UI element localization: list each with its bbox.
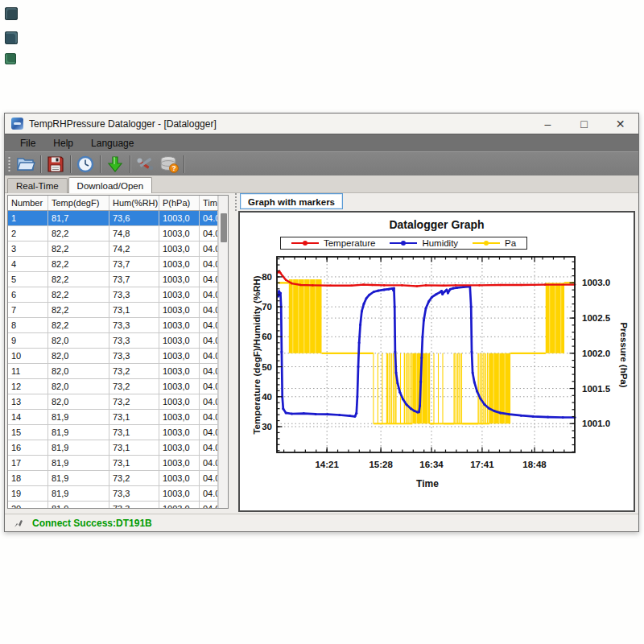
settings-button[interactable] [133,154,157,175]
tab-real-time[interactable]: Real-Time [7,178,68,193]
toolbar-grip[interactable] [7,155,11,173]
table-cell: 04.06.2023 13... [200,349,218,363]
table-cell: 74,2 [109,242,159,256]
table-row[interactable]: 1981,973,31003,004.06.2023 13... [8,486,218,502]
table-cell: 82,2 [48,226,109,241]
table-cell: 81,9 [48,425,109,440]
desktop-icon-3[interactable] [5,53,16,64]
table-cell: 04.06.2023 13... [200,287,218,302]
table-row[interactable]: 1681,973,11003,004.06.2023 13... [8,440,218,456]
tabstrip: Real-Time Download/Open [5,175,638,193]
table-header-row: Number Temp(degF) Hum(%RH) P(hPa) Time [8,196,218,211]
table-row[interactable]: 482,273,71003,004.06.2023 13... [8,257,218,272]
tab-download-open[interactable]: Download/Open [68,177,152,193]
table-row[interactable]: 382,274,21003,004.06.2023 13... [8,242,218,257]
table-cell: 73,1 [109,456,159,470]
chart-plot: 3040506070801003.01002.51002.01001.51001… [240,213,634,510]
real-time-button[interactable] [73,154,97,175]
table-row[interactable]: 982,073,31003,004.06.2023 13... [8,333,218,349]
table-row[interactable]: 1282,073,21003,004.06.2023 13... [8,379,218,394]
graph-with-markers-button[interactable]: Graph with markers [240,193,343,209]
table-cell: 82,2 [48,257,109,271]
device-data-button[interactable]: ? [157,154,181,175]
table-cell: 1003,0 [159,272,200,287]
table-cell: 81,9 [48,486,109,501]
table-cell: 82,2 [48,242,109,256]
legend-item-pa: Pa [473,238,516,248]
panel-splitter[interactable] [235,193,237,211]
table-cell: 04.06.2023 13... [200,502,218,508]
table-cell: 04.06.2023 13... [200,333,218,348]
save-button[interactable] [43,154,68,175]
table-cell: 04.06.2023 13... [200,257,218,271]
col-header-number[interactable]: Number [8,196,48,210]
legend-item-humidity: Humidity [390,238,458,248]
table-row[interactable]: 1382,073,21003,004.06.2023 13... [8,394,218,410]
table-row[interactable]: 1881,973,21003,004.06.2023 13... [8,471,218,486]
desktop-icon-2[interactable] [5,31,18,44]
table-cell: 73,2 [109,394,159,409]
legend-swatch [390,242,417,244]
download-button[interactable] [103,154,127,175]
menu-help[interactable]: Help [46,136,80,151]
table-scrollbar-thumb[interactable] [221,213,227,242]
open-file-button[interactable] [14,154,38,175]
svg-text:1001.5: 1001.5 [582,384,611,394]
table-cell: 82,2 [48,287,109,302]
table-cell: 73,3 [109,333,159,348]
table-row[interactable]: 1481,973,11003,004.06.2023 13... [8,410,218,425]
table-row[interactable]: 2081,973,31003,004.06.2023 13... [8,502,218,508]
table-cell: 04.06.2023 13... [200,211,218,225]
table-row[interactable]: 782,273,11003,004.06.2023 13... [8,303,218,318]
svg-text:60: 60 [262,332,272,341]
col-header-hum[interactable]: Hum(%RH) [109,196,159,210]
table-cell: 73,6 [109,211,159,225]
table-cell: 73,1 [109,303,159,317]
table-row[interactable]: 282,274,81003,004.06.2023 13... [8,226,218,242]
col-header-p[interactable]: P(hPa) [159,196,200,210]
table-cell: 73,1 [109,440,159,455]
toolbar-separator [100,155,101,173]
table-cell: 1003,0 [159,394,200,409]
svg-text:14:21: 14:21 [315,460,339,469]
table-cell: 9 [8,333,48,348]
table-row[interactable]: 1581,973,11003,004.06.2023 13... [8,425,218,440]
table-row[interactable]: 1781,973,11003,004.06.2023 13... [8,456,218,471]
table-cell: 73,7 [109,257,159,271]
data-table-panel: Number Temp(degF) Hum(%RH) P(hPa) Time 1… [7,195,229,509]
table-row[interactable]: 682,273,31003,004.06.2023 13... [8,287,218,303]
table-cell: 04.06.2023 13... [200,364,218,378]
table-cell: 73,1 [109,425,159,440]
table-cell: 81,9 [48,502,109,508]
menu-file[interactable]: File [13,136,43,151]
table-cell: 04.06.2023 13... [200,486,218,501]
col-header-time[interactable]: Time [200,196,218,210]
table-cell: 7 [8,303,48,317]
desktop-icon-1[interactable] [5,7,18,20]
x-axis-label: Time [240,478,615,489]
window-title: TempRHPressure Datalogger - [Datalogger] [29,118,217,130]
toolbar: ? [5,151,638,175]
table-cell: 04.06.2023 13... [200,318,218,332]
minimize-button[interactable]: – [530,114,566,134]
table-row[interactable]: 1182,073,21003,004.06.2023 13... [8,364,218,379]
svg-text:16:34: 16:34 [419,460,444,469]
datatable: Number Temp(degF) Hum(%RH) P(hPa) Time 1… [8,196,218,508]
table-scrollbar[interactable] [218,196,228,508]
svg-text:15:28: 15:28 [369,460,393,469]
table-cell: 04.06.2023 13... [200,226,218,241]
table-row[interactable]: 882,273,31003,004.06.2023 13... [8,318,218,333]
col-header-temp[interactable]: Temp(degF) [48,196,109,210]
table-cell: 1003,0 [159,379,200,394]
menu-language[interactable]: Language [84,136,141,151]
table-row[interactable]: 582,273,71003,004.06.2023 13... [8,272,218,287]
table-row[interactable]: 181,773,61003,004.06.2023 13... [8,211,218,226]
table-cell: 81,7 [48,211,109,225]
table-row[interactable]: 1082,073,31003,004.06.2023 13... [8,349,218,364]
close-button[interactable]: ✕ [602,114,638,134]
table-cell: 73,3 [109,318,159,332]
maximize-button[interactable]: □ [566,114,602,134]
table-cell: 1003,0 [159,303,200,317]
table-cell: 14 [8,410,48,424]
table-cell: 17 [8,456,48,470]
